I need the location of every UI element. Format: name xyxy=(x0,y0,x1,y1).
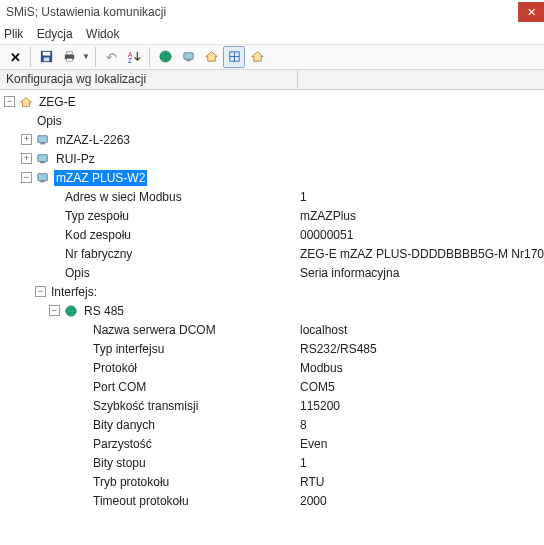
property-row[interactable]: Port COMCOM5 xyxy=(0,377,544,396)
tree-label: mZAZ-L-2263 xyxy=(54,132,132,148)
separator xyxy=(30,47,31,67)
property-row[interactable]: ParzystośćEven xyxy=(0,434,544,453)
tree-item-rs485[interactable]: − RS 485 xyxy=(0,301,544,320)
undo-button[interactable]: ↶ xyxy=(100,46,122,68)
separator xyxy=(149,47,150,67)
svg-point-19 xyxy=(66,305,77,316)
home-icon xyxy=(204,49,219,66)
property-row[interactable]: Kod zespołu00000051 xyxy=(0,225,544,244)
device-button[interactable] xyxy=(177,46,199,68)
header-col1[interactable]: Konfiguracja wg lokalizacji xyxy=(0,70,298,89)
tree-root[interactable]: − ZEG-E xyxy=(0,92,544,111)
window-title: SMiS; Ustawienia komunikacji xyxy=(6,5,166,19)
print-dropdown[interactable]: ▼ xyxy=(81,46,91,68)
property-label: Adres w sieci Modbus xyxy=(63,189,184,205)
device-icon xyxy=(35,132,51,148)
header-col2[interactable] xyxy=(298,70,544,89)
property-value: RTU xyxy=(298,475,544,489)
tree-label: RUI-Pz xyxy=(54,151,97,167)
property-label: Protokół xyxy=(91,360,139,376)
collapse-icon[interactable]: − xyxy=(21,172,32,183)
toolbar: ✕ ▼ ↶ AZ xyxy=(0,44,544,70)
svg-rect-5 xyxy=(66,58,72,61)
collapse-icon[interactable]: − xyxy=(49,305,60,316)
close-button[interactable]: ✕ xyxy=(518,2,544,22)
svg-rect-17 xyxy=(38,173,48,180)
tree-item-interface[interactable]: − Interfejs: xyxy=(0,282,544,301)
home-button[interactable] xyxy=(200,46,222,68)
property-value: Even xyxy=(298,437,544,451)
svg-rect-2 xyxy=(43,57,49,61)
menu-view[interactable]: Widok xyxy=(86,27,119,41)
print-button[interactable] xyxy=(58,46,80,68)
svg-text:Z: Z xyxy=(127,57,131,64)
tree-label: ZEG-E xyxy=(37,94,78,110)
property-row[interactable]: Bity stopu1 xyxy=(0,453,544,472)
menu-edit[interactable]: Edycja xyxy=(37,27,73,41)
property-value: Seria informacyjna xyxy=(298,266,544,280)
property-row[interactable]: Typ interfejsuRS232/RS485 xyxy=(0,339,544,358)
property-value: ZEG-E mZAZ PLUS-DDDDBBBB5G-M Nr170002 xyxy=(298,247,544,261)
tree-item-mzaz-l[interactable]: + mZAZ-L-2263 xyxy=(0,130,544,149)
column-header: Konfiguracja wg lokalizacji xyxy=(0,70,544,90)
svg-rect-4 xyxy=(66,51,72,54)
tree-label: Opis xyxy=(35,113,64,129)
svg-rect-18 xyxy=(40,180,44,182)
sort-button[interactable]: AZ xyxy=(123,46,145,68)
home2-icon xyxy=(250,49,265,66)
delete-button[interactable]: ✕ xyxy=(4,46,26,68)
property-label: Kod zespołu xyxy=(63,227,133,243)
property-row[interactable]: OpisSeria informacyjna xyxy=(0,263,544,282)
property-label: Szybkość transmisji xyxy=(91,398,200,414)
grid-button[interactable] xyxy=(223,46,245,68)
property-value: 2000 xyxy=(298,494,544,508)
globe-button[interactable] xyxy=(154,46,176,68)
grid-icon xyxy=(227,49,242,66)
tree-item-selected[interactable]: − mZAZ PLUS-W2 xyxy=(0,168,544,187)
property-row[interactable]: Adres w sieci Modbus1 xyxy=(0,187,544,206)
svg-rect-15 xyxy=(38,154,48,161)
property-row[interactable]: Nr fabrycznyZEG-E mZAZ PLUS-DDDDBBBB5G-M… xyxy=(0,244,544,263)
property-row[interactable]: Bity danych8 xyxy=(0,415,544,434)
property-value: mZAZPlus xyxy=(298,209,544,223)
property-value: RS232/RS485 xyxy=(298,342,544,356)
property-label: Timeout protokołu xyxy=(91,493,191,509)
separator xyxy=(95,47,96,67)
property-row[interactable]: Tryb protokołuRTU xyxy=(0,472,544,491)
property-value: localhost xyxy=(298,323,544,337)
property-label: Tryb protokołu xyxy=(91,474,171,490)
svg-rect-13 xyxy=(38,135,48,142)
svg-rect-16 xyxy=(40,161,44,163)
tree-item-opis[interactable]: Opis xyxy=(0,111,544,130)
property-value: Modbus xyxy=(298,361,544,375)
property-row[interactable]: Typ zespołumZAZPlus xyxy=(0,206,544,225)
property-value: 1 xyxy=(298,190,544,204)
property-label: Typ interfejsu xyxy=(91,341,166,357)
undo-icon: ↶ xyxy=(106,51,117,64)
property-label: Nazwa serwera DCOM xyxy=(91,322,218,338)
device-icon xyxy=(35,170,51,186)
property-row[interactable]: Timeout protokołu2000 xyxy=(0,491,544,510)
save-button[interactable] xyxy=(35,46,57,68)
home-icon xyxy=(18,94,34,110)
device-icon xyxy=(181,49,196,66)
property-value: 8 xyxy=(298,418,544,432)
expand-icon[interactable]: + xyxy=(21,134,32,145)
property-row[interactable]: ProtokółModbus xyxy=(0,358,544,377)
property-row[interactable]: Nazwa serwera DCOMlocalhost xyxy=(0,320,544,339)
save-icon xyxy=(39,49,54,66)
menu-file[interactable]: Plik xyxy=(4,27,23,41)
property-row[interactable]: Szybkość transmisji115200 xyxy=(0,396,544,415)
svg-rect-1 xyxy=(42,51,50,55)
property-label: Nr fabryczny xyxy=(63,246,134,262)
collapse-icon[interactable]: − xyxy=(4,96,15,107)
chevron-down-icon: ▼ xyxy=(82,53,90,61)
expand-icon[interactable]: + xyxy=(21,153,32,164)
globe-icon xyxy=(158,49,173,66)
property-value: COM5 xyxy=(298,380,544,394)
tree-item-rui[interactable]: + RUI-Pz xyxy=(0,149,544,168)
device-icon xyxy=(35,151,51,167)
svg-rect-11 xyxy=(186,59,190,61)
collapse-icon[interactable]: − xyxy=(35,286,46,297)
home2-button[interactable] xyxy=(246,46,268,68)
